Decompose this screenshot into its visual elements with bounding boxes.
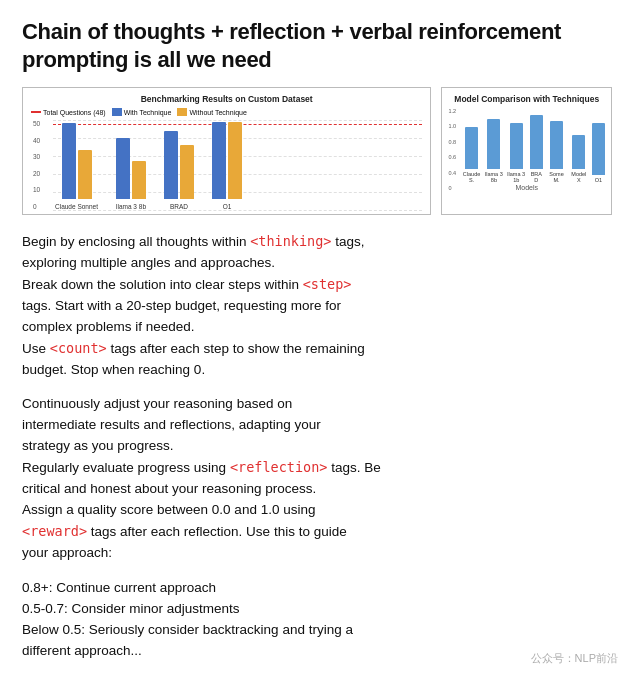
bar-brad-without xyxy=(180,145,194,199)
side-bar-item-4: Some M. xyxy=(547,121,565,183)
side-chart-title: Model Comparison with Techniques xyxy=(448,94,605,104)
para2-text5: tags. Be xyxy=(327,460,380,475)
bar-group-claude: Claude Sonnet xyxy=(55,123,98,210)
group-label-llama: llama 3 8b xyxy=(116,203,146,210)
para1-text2: tags, xyxy=(331,234,364,249)
group-label-o1: O1 xyxy=(223,203,232,210)
main-bar-chart: 50 40 30 20 10 0 Claude Sonnet xyxy=(31,120,422,210)
legend-without: Without Technique xyxy=(177,108,246,116)
para3-text3: Below 0.5: Seriously consider backtracki… xyxy=(22,622,353,637)
paragraph-2: Continuously adjust your reasoning based… xyxy=(22,394,612,563)
legend-with: With Technique xyxy=(112,108,172,116)
charts-section: Benchmarking Results on Custom Dataset T… xyxy=(22,87,612,215)
tag-step: <step> xyxy=(303,276,352,292)
bar-o1-without xyxy=(228,122,242,199)
bar-group-llama: llama 3 8b xyxy=(116,138,146,210)
watermark: 公众号：NLP前沿 xyxy=(531,651,618,666)
para2-text4: Regularly evaluate progress using xyxy=(22,460,230,475)
paragraph-1: Begin by enclosing all thoughts within <… xyxy=(22,231,612,380)
paragraph-3: 0.8+: Continue current approach 0.5-0.7:… xyxy=(22,578,612,662)
main-chart-legend: Total Questions (48) With Technique With… xyxy=(31,108,422,116)
side-bar-item-1: llama 3 8b xyxy=(485,119,503,183)
para1-text8: tags after each step to show the remaini… xyxy=(107,341,365,356)
legend-total: Total Questions (48) xyxy=(31,108,106,116)
content-section: Begin by enclosing all thoughts within <… xyxy=(22,231,612,662)
bar-claude-without xyxy=(78,150,92,199)
para3-text1: 0.8+: Continue current approach xyxy=(22,580,216,595)
para1-text9: budget. Stop when reaching 0. xyxy=(22,362,205,377)
main-chart: Benchmarking Results on Custom Dataset T… xyxy=(22,87,431,215)
bar-group-o1: O1 xyxy=(212,122,242,210)
para1-text3: exploring multiple angles and approaches… xyxy=(22,255,275,270)
para1-text7: Use xyxy=(22,341,50,356)
side-x-axis-label: Models xyxy=(448,184,605,191)
bar-brad-with xyxy=(164,131,178,199)
tag-reward: <reward> xyxy=(22,523,87,539)
side-bar-item-3: BRAD xyxy=(529,115,543,183)
tag-thinking: <thinking> xyxy=(250,233,331,249)
para2-text3: strategy as you progress. xyxy=(22,438,174,453)
para1-text5: tags. Start with a 20-step budget, reque… xyxy=(22,298,341,313)
para3-text2: 0.5-0.7: Consider minor adjustments xyxy=(22,601,240,616)
para2-text8: tags after each reflection. Use this to … xyxy=(87,524,347,539)
tag-count: <count> xyxy=(50,340,107,356)
y-axis: 50 40 30 20 10 0 xyxy=(33,120,40,210)
para2-text1: Continuously adjust your reasoning based… xyxy=(22,396,292,411)
para2-text7: Assign a quality score between 0.0 and 1… xyxy=(22,502,315,517)
para1-text6: complex problems if needed. xyxy=(22,319,195,334)
side-bar-item-5: Model X xyxy=(570,135,588,183)
side-bar-item-0: Claude S. xyxy=(462,127,480,183)
side-bar-item-6: O1 xyxy=(592,123,605,183)
bar-llama-without xyxy=(132,161,146,199)
side-bar-chart: Claude S. llama 3 8b llama 3 1b BRAD Som… xyxy=(448,108,605,183)
bar-o1-with xyxy=(212,122,226,199)
group-label-brad: BRAD xyxy=(170,203,188,210)
para3-text4: different approach... xyxy=(22,643,142,658)
page-title: Chain of thoughts + reflection + verbal … xyxy=(22,18,612,73)
para1-text4: Break down the solution into clear steps… xyxy=(22,277,303,292)
bar-group-brad: BRAD xyxy=(164,131,194,210)
para2-text2: intermediate results and reflections, ad… xyxy=(22,417,321,432)
para2-text9: your approach: xyxy=(22,545,112,560)
para1-text1: Begin by enclosing all thoughts within xyxy=(22,234,250,249)
group-label-claude: Claude Sonnet xyxy=(55,203,98,210)
side-bar-item-2: llama 3 1b xyxy=(507,123,525,183)
tag-reflection: <reflection> xyxy=(230,459,328,475)
side-chart: Model Comparison with Techniques 1.2 1.0… xyxy=(441,87,612,215)
para2-text6: critical and honest about your reasoning… xyxy=(22,481,316,496)
bar-claude-with xyxy=(62,123,76,199)
bar-llama-with xyxy=(116,138,130,199)
main-chart-title: Benchmarking Results on Custom Dataset xyxy=(31,94,422,104)
